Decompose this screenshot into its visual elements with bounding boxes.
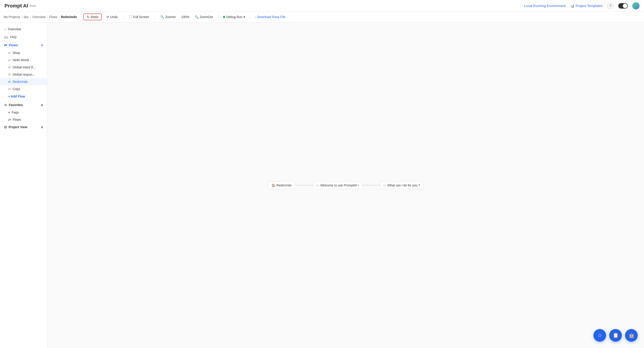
undo-button[interactable]: ↺ Undo [103, 14, 121, 20]
debug-chevron-icon: ▾ [244, 15, 245, 19]
favorites-icon: ☆ [4, 103, 7, 107]
flow-diagram: 🏠 RedoUndo ▷ Welcome to use PromptAI ! ▷… [268, 182, 424, 189]
breadcrumb-my-projects[interactable]: My Projects [4, 15, 20, 19]
shop-label: Shop [13, 51, 20, 54]
help-button[interactable]: ? [607, 2, 614, 9]
sidebar-item-hello-world[interactable]: ⇄ Hello World [0, 56, 47, 64]
canvas-area[interactable]: 🏠 RedoUndo ▷ Welcome to use PromptAI ! ▷… [48, 22, 644, 348]
copy-label: Copy [13, 87, 20, 91]
breadcrumb-sep-1: / [22, 15, 22, 19]
breadcrumb-flows[interactable]: Flows [49, 15, 58, 19]
flow-node-welcome[interactable]: ▷ Welcome to use PromptAI ! [313, 182, 362, 189]
toolbar-divider-4 [250, 14, 250, 20]
flows-section-header[interactable]: ⇄ Flows ∧ [0, 41, 47, 49]
project-view-icon: ⊡ [4, 125, 7, 129]
project-view-header[interactable]: ⊡ Project View ∧ [0, 123, 47, 131]
debug-run-button[interactable]: Debug Run ▾ [220, 14, 248, 20]
local-running-link[interactable]: Local Running Environment [524, 4, 566, 8]
global-intent-label: Global intent fl... [13, 66, 36, 69]
welcome-node-label: Welcome to use PromptAI ! [320, 184, 359, 187]
sidebar-item-faq[interactable]: 📖 FAQ [0, 33, 47, 41]
what-can-node-icon: ▷ [384, 184, 386, 187]
zoom-in-icon: 🔍 [160, 15, 164, 19]
flows-header-icon: ⇄ [4, 43, 7, 47]
zoom-percent: 100% [180, 15, 190, 19]
canvas-content: 🏠 RedoUndo ▷ Welcome to use PromptAI ! ▷… [48, 22, 644, 348]
sidebar-item-shop[interactable]: ⇄ Shop [0, 49, 47, 56]
faq-label: FAQ [10, 35, 16, 39]
favorites-header[interactable]: ☆ Favorites ∧ [0, 101, 47, 109]
main-layout: ⌂ Overview 📖 FAQ ⇄ Flows ∧ ⇄ Shop ⇄ Hell… [0, 22, 644, 348]
flow-node-what-can[interactable]: ▷ What can I do for you ? [380, 182, 424, 189]
sidebar-item-global-intent[interactable]: ⇄ Global intent fl... [0, 64, 47, 71]
download-button[interactable]: ↓ Download Rasa File [252, 14, 288, 20]
toolbar-divider-3 [218, 14, 218, 20]
download-label: Download Rasa File [257, 15, 285, 19]
hello-world-flow-icon: ⇄ [8, 58, 11, 62]
faqs-fav-icon: ≡ [8, 110, 10, 114]
sidebar-fav-flows[interactable]: ⇄ Flows [0, 116, 47, 123]
sidebar-fav-faqs[interactable]: ≡ Faqs [0, 109, 47, 116]
clipboard-icon: 📋 [613, 332, 619, 338]
bar-chart-icon: 📊 [570, 4, 574, 8]
breadcrumb-sep-4: / [59, 15, 60, 19]
global-intent-flow-icon: ⇄ [8, 66, 11, 69]
star-icon: ☆ [598, 332, 602, 338]
project-templates-label: Project Templates [576, 4, 602, 8]
undo-icon: ↺ [106, 15, 109, 19]
redo-undo-flow-icon: ⇄ [8, 80, 11, 84]
favorites-label: Favorites [9, 103, 23, 107]
zoom-out-label: ZoomOut [200, 15, 213, 19]
flow-line-1 [295, 185, 313, 185]
project-templates-link[interactable]: 📊 Project Templates [570, 4, 602, 8]
debug-run-label: Debug Run [226, 15, 242, 19]
favorites-collapse-icon: ∧ [41, 103, 43, 107]
sidebar: ⌂ Overview 📖 FAQ ⇄ Flows ∧ ⇄ Shop ⇄ Hell… [0, 22, 48, 348]
breadcrumb-overview[interactable]: Overview [32, 15, 45, 19]
redo-button[interactable]: ↻ Redo [83, 14, 102, 20]
copy-flow-icon: ⇄ [8, 87, 11, 91]
faqs-fav-label: Faqs [12, 110, 19, 114]
debug-dot-icon [223, 16, 225, 18]
sidebar-item-overview[interactable]: ⌂ Overview [0, 25, 47, 33]
fab-container: ☆ 📋 🤖 [594, 329, 638, 342]
global-respon-label: Global respon... [13, 73, 35, 76]
faq-icon: 📖 [4, 35, 8, 39]
redo-icon: ↻ [87, 15, 90, 19]
breadcrumb-sep-2: / [30, 15, 31, 19]
overview-icon: ⌂ [4, 27, 6, 31]
full-screen-icon: ⛶ [129, 15, 132, 19]
robot-fab-button[interactable]: 🤖 [625, 329, 638, 342]
redo-undo-node-label: RedoUndo [277, 184, 292, 187]
toolbar: My Projects / doc / Overview / Flows / R… [0, 12, 644, 22]
sidebar-item-global-respon[interactable]: ⇄ Global respon... [0, 71, 47, 78]
flows-label: Flows [9, 43, 18, 47]
dark-mode-toggle[interactable] [618, 3, 628, 8]
zoom-in-button[interactable]: 🔍 ZoomIn [156, 14, 180, 20]
overview-label: Overview [8, 27, 21, 31]
breadcrumb-current: RedoUndo [61, 15, 77, 19]
flow-node-redo-undo[interactable]: 🏠 RedoUndo [268, 182, 295, 189]
zoom-in-label: ZoomIn [165, 15, 176, 19]
clipboard-fab-button[interactable]: 📋 [609, 329, 622, 342]
star-fab-button[interactable]: ☆ [594, 329, 606, 342]
flows-fav-icon: ⇄ [8, 118, 11, 122]
user-avatar[interactable] [632, 2, 640, 10]
what-can-node-label: What can I do for you ? [388, 184, 420, 187]
sidebar-item-redo-undo[interactable]: ⇄ RedoUndo [0, 78, 47, 85]
flows-collapse-icon: ∧ [41, 43, 43, 47]
toolbar-divider-2 [154, 14, 155, 20]
flow-line-2 [362, 185, 380, 185]
global-respon-flow-icon: ⇄ [8, 73, 11, 76]
shop-flow-icon: ⇄ [8, 51, 11, 54]
flows-fav-label: Flows [13, 118, 21, 122]
zoom-out-button[interactable]: 🔍 ZoomOut [191, 14, 216, 20]
undo-label: Undo [110, 15, 118, 19]
sidebar-item-copy[interactable]: ⇄ Copy [0, 85, 47, 92]
zoom-out-icon: 🔍 [195, 15, 198, 19]
top-nav: Prompt AI Beta Local Running Environment… [0, 0, 644, 12]
full-screen-button[interactable]: ⛶ Full Screen [125, 14, 153, 20]
add-flow-button[interactable]: + Add Flow [0, 92, 47, 100]
breadcrumb-doc[interactable]: doc [24, 15, 29, 19]
flow-arrow-2 [362, 185, 380, 185]
